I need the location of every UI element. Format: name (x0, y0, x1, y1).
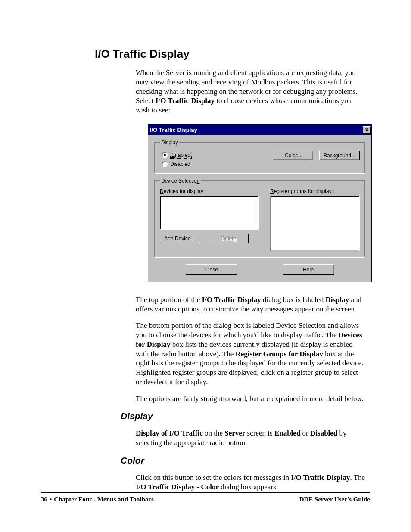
devices-listbox[interactable] (160, 196, 259, 230)
page-footer: 36•Chapter Four - Menus and Toolbars DDE… (41, 492, 370, 503)
color-subhead: Color (121, 455, 370, 466)
display-groupbox: Display Enabled Disabled (154, 140, 365, 174)
paragraph-3: The bottom portion of the dialog box is … (136, 321, 366, 386)
add-device-button[interactable]: Add Device... (160, 234, 199, 243)
footer-right: DDE Server User's Guide (299, 496, 370, 503)
help-button[interactable]: Help (283, 264, 334, 275)
device-selection-legend: Device Selection (160, 178, 201, 184)
devices-label: Devices for display : (160, 188, 259, 194)
display-paragraph: Display of I/O Traffic on the Server scr… (136, 429, 366, 448)
dialog-title: I/O Traffic Display (150, 127, 197, 133)
io-traffic-dialog: I/O Traffic Display ✕ Display Enabled (148, 124, 372, 282)
register-groups-listbox[interactable] (270, 196, 360, 251)
background-button[interactable]: Background... (319, 151, 360, 160)
intro-bold: I/O Traffic Display (156, 96, 215, 105)
radio-icon (162, 152, 168, 158)
intro-paragraph: When the Server is running and client ap… (136, 68, 366, 115)
display-legend: Display (160, 140, 179, 146)
radio-disabled[interactable]: Disabled (162, 161, 192, 167)
radio-icon (162, 161, 168, 167)
register-groups-label: Register groups for display : (270, 188, 360, 194)
display-subhead: Display (121, 411, 370, 421)
color-paragraph: Click on this button to set the colors f… (136, 473, 366, 492)
color-button[interactable]: Color... (273, 151, 313, 160)
footer-left: 36•Chapter Four - Menus and Toolbars (41, 496, 154, 503)
device-selection-groupbox: Device Selection Devices for display : A… (154, 178, 365, 258)
dialog-titlebar: I/O Traffic Display ✕ (148, 125, 371, 135)
close-button[interactable]: Close (186, 264, 237, 275)
radio-enabled[interactable]: Enabled (162, 152, 192, 159)
close-icon[interactable]: ✕ (363, 126, 371, 134)
paragraph-4: The options are fairly straightforward, … (136, 394, 366, 404)
section-title: I/O Traffic Display (95, 47, 370, 61)
delete-button: Delete (209, 234, 249, 243)
paragraph-2: The top portion of the I/O Traffic Displ… (136, 295, 366, 314)
